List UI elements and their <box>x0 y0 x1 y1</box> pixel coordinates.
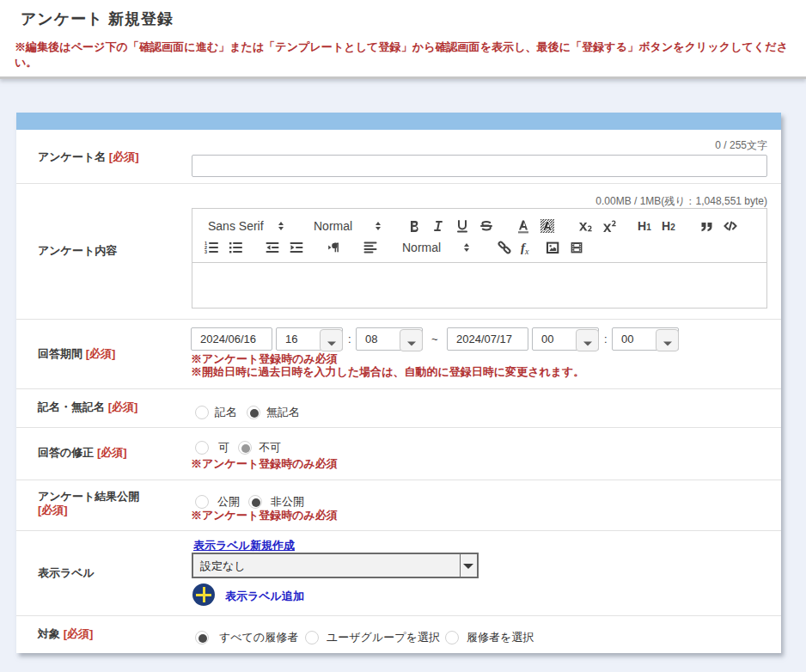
svg-text:3: 3 <box>205 249 207 254</box>
